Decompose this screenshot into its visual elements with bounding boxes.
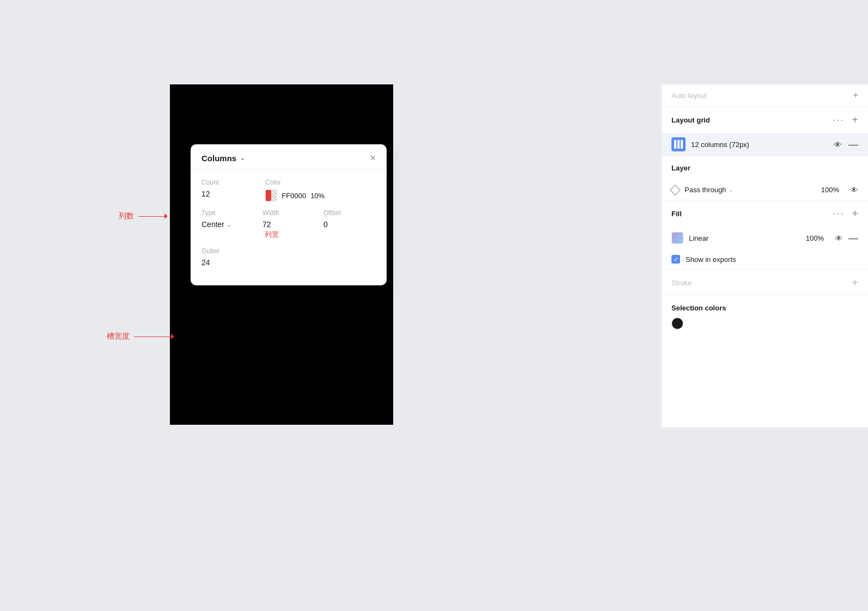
- fill-add-icon[interactable]: +: [852, 208, 858, 219]
- offset-group: Offset 0: [323, 209, 376, 229]
- annotation-line: [138, 216, 164, 217]
- color-hex-value[interactable]: FF0000: [282, 192, 306, 200]
- annotation-arrow2: [171, 334, 174, 339]
- width-value[interactable]: 72: [262, 220, 271, 229]
- layer-visibility-icon[interactable]: 👁: [850, 185, 858, 194]
- grid-item-actions: 👁 —: [834, 139, 858, 150]
- gutter-value[interactable]: 24: [201, 258, 376, 267]
- width-label: Width: [262, 209, 315, 217]
- grid-bar-2: [677, 140, 680, 149]
- stroke-section: Stroke +: [662, 270, 868, 296]
- dialog-title: Columns ⌄: [201, 154, 245, 163]
- layout-grid-dots-icon[interactable]: ···: [833, 115, 844, 125]
- close-button[interactable]: ×: [370, 153, 376, 163]
- annotation-arrow: [164, 213, 168, 219]
- layout-grid-section: Layout grid ··· + 12 columns (72px) 👁 —: [662, 107, 868, 156]
- fill-visibility-icon[interactable]: 👁: [835, 234, 843, 243]
- stroke-title: Stroke: [671, 279, 692, 287]
- selection-colors-section: Selection colors: [662, 296, 868, 335]
- dialog-title-text: Columns: [201, 154, 236, 163]
- color-swatch-solid: [266, 190, 271, 201]
- color-label: Color: [265, 179, 376, 186]
- auto-layout-bar: Auto layout +: [662, 84, 868, 107]
- title-chevron-icon[interactable]: ⌄: [240, 154, 245, 162]
- offset-value[interactable]: 0: [323, 220, 376, 229]
- color-swatch[interactable]: [265, 190, 277, 201]
- grid-bar-1: [674, 140, 676, 149]
- type-group: Type Center ⌄: [201, 209, 254, 229]
- count-color-row: Count 12 Color FF0000 10%: [201, 179, 376, 201]
- blend-mode-value: Pass through: [684, 186, 726, 194]
- selection-colors-title: Selection colors: [671, 304, 858, 312]
- fill-type-value: Linear: [689, 234, 800, 242]
- gutter-width-label: 槽宽度: [107, 332, 130, 341]
- grid-bar-3: [681, 140, 683, 149]
- auto-layout-plus-icon[interactable]: +: [853, 91, 858, 100]
- gutter-label: Gutter: [201, 247, 376, 255]
- blend-chevron-icon: ⌄: [729, 187, 733, 193]
- gutter-width-arrow: [134, 334, 174, 339]
- right-panel: Auto layout + Layout grid ··· + 12 colum…: [661, 84, 868, 427]
- layer-header: Layer: [662, 156, 868, 180]
- layer-section: Layer Pass through ⌄ 100% 👁: [662, 156, 868, 200]
- dialog-body: Count 12 Color FF0000 10% Type: [191, 170, 387, 285]
- layout-grid-actions: ··· +: [833, 114, 858, 125]
- fill-row: Linear 100% 👁 —: [662, 227, 868, 249]
- gutter-width-annotation: 槽宽度: [107, 332, 174, 341]
- type-width-offset-row: Type Center ⌄ Width 72 列宽 Offset 0: [201, 209, 376, 240]
- stroke-header: Stroke +: [662, 270, 868, 296]
- auto-layout-label: Auto layout: [671, 91, 707, 100]
- layer-title: Layer: [671, 164, 690, 172]
- width-cn-label: 列宽: [265, 230, 279, 240]
- fill-dots-icon[interactable]: ···: [833, 209, 844, 218]
- stroke-add-icon[interactable]: +: [852, 277, 858, 288]
- blend-mode-icon: [670, 185, 681, 195]
- fill-title: Fill: [671, 210, 682, 218]
- fill-header-actions: ··· +: [833, 208, 858, 219]
- fill-section: Fill ··· + Linear 100% 👁 — ✓ Show in exp…: [662, 200, 868, 270]
- type-chevron-icon: ⌄: [227, 221, 231, 228]
- layout-grid-title: Layout grid: [671, 116, 710, 124]
- offset-label: Offset: [323, 209, 376, 217]
- fill-color-swatch[interactable]: [671, 232, 683, 244]
- type-value: Center: [201, 220, 224, 229]
- width-annotation: 72 列宽: [262, 220, 315, 240]
- gutter-group: Gutter 24: [201, 247, 376, 267]
- blend-mode-select[interactable]: Pass through ⌄: [684, 186, 816, 194]
- fill-remove-icon[interactable]: —: [848, 233, 858, 244]
- columns-dialog: Columns ⌄ × Count 12 Color FF0000 10%: [191, 144, 387, 285]
- grid-remove-icon[interactable]: —: [848, 139, 858, 150]
- show-in-exports-row: ✓ Show in exports: [662, 249, 868, 269]
- column-count-arrow: [138, 213, 168, 219]
- checkmark-icon: ✓: [674, 256, 678, 262]
- selection-color-dot: [671, 317, 683, 329]
- column-count-annotation: 列数: [119, 211, 168, 221]
- column-count-label: 列数: [119, 211, 134, 221]
- color-opacity-value[interactable]: 10%: [310, 192, 325, 200]
- grid-item-label: 12 columns (72px): [691, 140, 828, 149]
- color-swatch-checker: [271, 190, 277, 201]
- count-label: Count: [201, 179, 256, 186]
- type-select[interactable]: Center ⌄: [201, 220, 254, 229]
- type-label: Type: [201, 209, 254, 217]
- opacity-value[interactable]: 100%: [821, 186, 839, 194]
- gutter-row: Gutter 24: [201, 247, 376, 267]
- show-in-exports-label: Show in exports: [686, 255, 736, 264]
- count-group: Count 12: [201, 179, 256, 198]
- dialog-header: Columns ⌄ ×: [191, 144, 387, 170]
- grid-item-row: 12 columns (72px) 👁 —: [662, 133, 868, 156]
- layout-grid-add-icon[interactable]: +: [852, 114, 858, 125]
- fill-header: Fill ··· +: [662, 200, 868, 227]
- layout-grid-header: Layout grid ··· +: [662, 107, 868, 133]
- grid-visibility-icon[interactable]: 👁: [834, 140, 842, 149]
- count-value[interactable]: 12: [201, 190, 256, 198]
- layer-row: Pass through ⌄ 100% 👁: [662, 180, 868, 200]
- fill-opacity-value[interactable]: 100%: [806, 234, 824, 242]
- grid-columns-icon: [671, 137, 686, 151]
- show-in-exports-checkbox[interactable]: ✓: [671, 255, 680, 264]
- annotation-line2: [134, 337, 171, 337]
- color-group: Color FF0000 10%: [265, 179, 376, 201]
- width-group: Width 72 列宽: [262, 209, 315, 240]
- color-row: FF0000 10%: [265, 190, 376, 201]
